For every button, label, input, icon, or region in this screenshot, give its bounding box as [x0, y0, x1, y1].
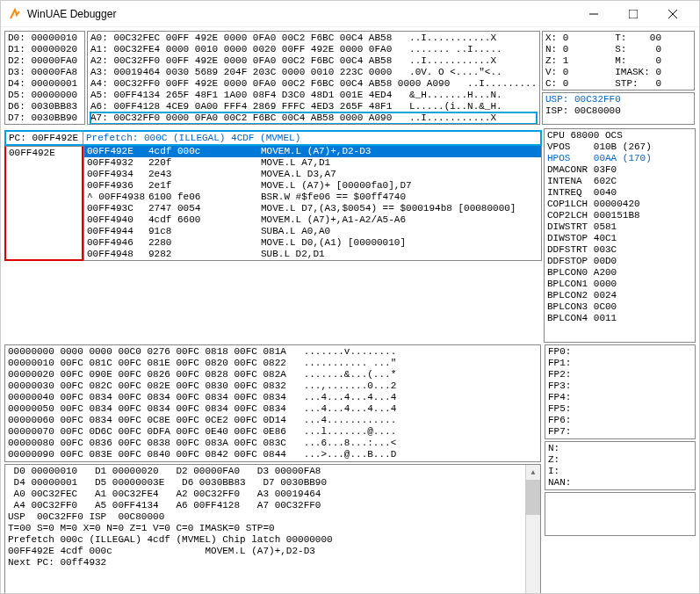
minimize-button[interactable]: [574, 2, 613, 26]
disasm-row[interactable]: 00FF4934 2e43MOVEA.L D3,A7: [84, 169, 541, 180]
svg-rect-1: [629, 10, 638, 18]
prefetch-display: Prefetch: 000C (ILLEGAL) 4CDF (MVMEL): [83, 130, 542, 146]
close-button[interactable]: [653, 2, 692, 26]
disassembly-panel[interactable]: 00FF492E 4cdf 000cMOVEM.L (A7)+,D2-D300F…: [83, 146, 542, 261]
disasm-row[interactable]: 00FF493C 2747 0054MOVE.L D7,(A3,$0054) =…: [84, 203, 541, 214]
disasm-row[interactable]: 00FF4932 220fMOVE.L A7,D1: [84, 157, 541, 169]
scrollbar[interactable]: ▲ ▼: [525, 465, 540, 594]
cpu-flags[interactable]: X: 0 T: 00 N: 0 S: 0 Z: 1 M: 0 V: 0 IMAS…: [542, 31, 695, 91]
disasm-row[interactable]: 00FF4944 91c8SUBA.L A0,A0: [84, 226, 541, 237]
disasm-row[interactable]: 00FF4948 9282SUB.L D2,D1: [84, 249, 541, 260]
chip-registers[interactable]: CPU 68000 OCSVPOS 010B (267)HPOS 00AA (1…: [544, 128, 696, 343]
disasm-row[interactable]: 00FF4946 2280MOVE.L D0,(A1) [00000010]: [84, 237, 541, 249]
maximize-button[interactable]: [613, 2, 653, 26]
disasm-row-selected[interactable]: 00FF492E 4cdf 000cMOVEM.L (A7)+,D2-D3: [84, 146, 541, 157]
disasm-row[interactable]: 00FF4940 4cdf 6600MOVEM.L (A7)+,A1-A2/A5…: [84, 214, 541, 226]
pc-register[interactable]: PC: 00FF492E: [4, 130, 83, 146]
pc-highlight[interactable]: 00FF492E: [4, 146, 83, 261]
disasm-row[interactable]: 00FF4936 2e1fMOVE.L (A7)+ [00000fa0],D7: [84, 180, 541, 192]
disasm-row[interactable]: ^ 00FF49386100 fe06BSR.W #$fe06 == $00ff…: [84, 192, 541, 203]
memory-hexdump[interactable]: 00000000 0000 0000 00C0 0276 00FC 0818 0…: [4, 344, 541, 462]
titlebar: WinUAE Debugger: [1, 1, 699, 27]
data-registers[interactable]: D0: 00000010 D1: 00000020 D2: 00000FA0 D…: [4, 31, 85, 125]
trace-output[interactable]: D0 00000010 D1 00000020 D2 00000FA0 D3 0…: [4, 464, 541, 594]
scroll-down-icon[interactable]: ▼: [526, 589, 540, 594]
window-title: WinUAE Debugger: [27, 8, 574, 20]
address-registers[interactable]: A0: 00C32FEC 00FF 492E 0000 0FA0 00C2 F6…: [87, 31, 540, 125]
app-icon: [8, 7, 22, 21]
scroll-up-icon[interactable]: ▲: [526, 465, 540, 480]
scroll-thumb[interactable]: [526, 480, 540, 515]
fp-registers[interactable]: FP0: FP1: FP2: FP3: FP4: FP5: FP6: FP7:: [545, 344, 696, 439]
stack-pointers[interactable]: USP: 00C32FF0ISP: 00C80000: [542, 92, 695, 125]
